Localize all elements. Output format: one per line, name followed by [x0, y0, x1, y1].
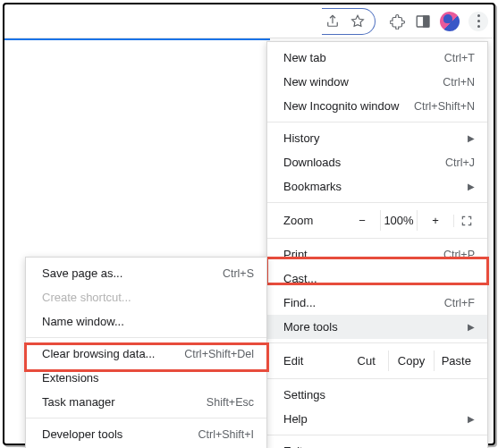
- menu-history[interactable]: History ▶: [267, 126, 487, 150]
- svg-rect-1: [424, 16, 429, 27]
- more-tools-submenu: Save page as... Ctrl+S Create shortcut..…: [25, 257, 267, 448]
- submenu-arrow-icon: ▶: [468, 182, 475, 191]
- menu-label: Exit: [283, 444, 303, 448]
- shortcut: Ctrl+N: [443, 76, 475, 89]
- menu-exit[interactable]: Exit: [267, 439, 487, 448]
- menu-print[interactable]: Print... Ctrl+P: [267, 242, 487, 266]
- menu-label: Name window...: [42, 315, 124, 328]
- menu-label: Find...: [283, 296, 316, 309]
- fullscreen-icon[interactable]: [453, 215, 478, 227]
- submenu-arrow-icon: ▶: [468, 133, 475, 143]
- menu-label: Clear browsing data...: [42, 347, 155, 360]
- submenu-task-manager[interactable]: Task manager Shift+Esc: [26, 390, 266, 414]
- menu-edit-row: Edit Cut Copy Paste: [267, 347, 487, 375]
- shortcut: Shift+Esc: [207, 396, 254, 409]
- menu-label: Cast...: [283, 272, 317, 285]
- shortcut: Ctrl+F: [444, 297, 475, 309]
- menu-label: More tools: [283, 320, 338, 334]
- edit-paste[interactable]: Paste: [434, 351, 478, 371]
- menu-zoom-row: Zoom − 100% +: [267, 207, 487, 234]
- zoom-out-button[interactable]: −: [344, 210, 380, 231]
- menu-label: Settings: [283, 388, 325, 402]
- menu-label: Bookmarks: [283, 180, 342, 193]
- menu-label: New Incognito window: [283, 99, 399, 113]
- profile-avatar[interactable]: [440, 12, 460, 31]
- omnibox-right: [322, 8, 376, 35]
- menu-label: Save page as...: [42, 266, 122, 280]
- menu-cast[interactable]: Cast...: [267, 266, 487, 291]
- submenu-name-window[interactable]: Name window...: [26, 309, 266, 334]
- sidepanel-icon[interactable]: [415, 13, 431, 30]
- browser-window: New tab Ctrl+T New window Ctrl+N New Inc…: [3, 3, 495, 445]
- zoom-label: Zoom: [283, 214, 344, 227]
- zoom-value: 100%: [380, 210, 417, 231]
- menu-separator: [267, 435, 487, 435]
- loading-bar: [4, 38, 270, 40]
- menu-separator: [26, 337, 266, 338]
- submenu-clear-browsing-data[interactable]: Clear browsing data... Ctrl+Shift+Del: [26, 342, 266, 366]
- shortcut: Ctrl+T: [444, 52, 475, 64]
- submenu-extensions[interactable]: Extensions: [26, 366, 266, 390]
- edit-copy[interactable]: Copy: [388, 351, 433, 371]
- shortcut: Ctrl+S: [223, 267, 254, 280]
- menu-bookmarks[interactable]: Bookmarks ▶: [267, 174, 487, 199]
- menu-label: New tab: [283, 51, 326, 64]
- menu-label: Task manager: [42, 395, 115, 409]
- submenu-arrow-icon: ▶: [468, 414, 475, 424]
- menu-new-window[interactable]: New window Ctrl+N: [267, 70, 487, 94]
- menu-more-tools[interactable]: More tools ▶: [267, 315, 487, 339]
- menu-settings[interactable]: Settings: [267, 383, 487, 407]
- shortcut: Ctrl+Shift+I: [198, 428, 254, 441]
- shortcut: Ctrl+J: [445, 156, 475, 169]
- edit-cut[interactable]: Cut: [344, 351, 388, 371]
- menu-label: History: [283, 131, 319, 145]
- submenu-developer-tools[interactable]: Developer tools Ctrl+Shift+I: [26, 422, 266, 446]
- shortcut: Ctrl+Shift+Del: [184, 348, 254, 360]
- menu-downloads[interactable]: Downloads Ctrl+J: [267, 150, 487, 174]
- edit-label: Edit: [283, 354, 344, 368]
- extensions-icon[interactable]: [390, 13, 406, 30]
- menu-label: New window: [283, 75, 349, 89]
- menu-separator: [267, 378, 487, 379]
- submenu-arrow-icon: ▶: [468, 322, 475, 332]
- menu-separator: [267, 202, 487, 203]
- submenu-create-shortcut: Create shortcut...: [26, 285, 266, 309]
- shortcut: Ctrl+P: [443, 249, 475, 261]
- bookmark-star-icon[interactable]: [350, 13, 366, 30]
- menu-label: Create shortcut...: [42, 291, 131, 304]
- menu-separator: [267, 238, 487, 239]
- menu-label: Print...: [283, 248, 317, 261]
- menu-new-incognito[interactable]: New Incognito window Ctrl+Shift+N: [267, 94, 487, 118]
- menu-find[interactable]: Find... Ctrl+F: [267, 291, 487, 315]
- chrome-main-menu: New tab Ctrl+T New window Ctrl+N New Inc…: [266, 41, 488, 448]
- menu-separator: [267, 342, 487, 343]
- chrome-menu-button[interactable]: [468, 12, 488, 31]
- menu-separator: [26, 418, 266, 418]
- menu-help[interactable]: Help ▶: [267, 407, 487, 431]
- menu-label: Developer tools: [42, 427, 122, 441]
- menu-separator: [267, 122, 487, 123]
- zoom-in-button[interactable]: +: [417, 210, 453, 231]
- share-icon[interactable]: [325, 13, 341, 30]
- menu-label: Help: [283, 412, 308, 426]
- shortcut: Ctrl+Shift+N: [414, 100, 475, 113]
- menu-label: Extensions: [42, 371, 99, 385]
- menu-label: Downloads: [283, 156, 341, 169]
- toolbar: [4, 4, 494, 38]
- menu-new-tab[interactable]: New tab Ctrl+T: [267, 46, 487, 70]
- submenu-save-page[interactable]: Save page as... Ctrl+S: [26, 261, 266, 285]
